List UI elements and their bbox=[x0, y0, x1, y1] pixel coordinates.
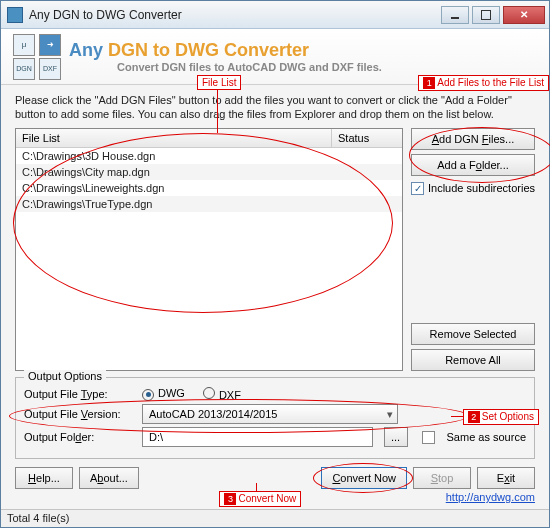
logo-icon-dxf: DXF bbox=[39, 58, 61, 80]
radio-dxf-icon bbox=[203, 387, 215, 399]
file-list[interactable]: File List Status C:\Drawings\3D House.dg… bbox=[15, 128, 403, 371]
statusbar: Total 4 file(s) bbox=[1, 509, 549, 527]
file-list-header: File List Status bbox=[16, 129, 402, 148]
convert-now-button[interactable]: Convert Now bbox=[321, 467, 407, 489]
maximize-button[interactable] bbox=[472, 6, 500, 24]
add-folder-button[interactable]: Add a Folder... bbox=[411, 154, 535, 176]
banner-subtitle: Convert DGN files to AutoCAD DWG and DXF… bbox=[117, 61, 382, 73]
logo-icon-mu: μ bbox=[13, 34, 35, 56]
minimize-button[interactable] bbox=[441, 6, 469, 24]
output-options-legend: Output Options bbox=[24, 370, 106, 382]
output-options-group: Output Options Output File Type: DWG DXF… bbox=[15, 377, 535, 459]
annotation-step1: 1Add Files to the File List bbox=[418, 75, 549, 91]
annotation-line-1 bbox=[217, 89, 218, 133]
file-list-rows: C:\Drawings\3D House.dgn C:\Drawings\Cit… bbox=[16, 148, 402, 370]
annotation-num-1: 1 bbox=[423, 77, 435, 89]
file-row[interactable]: C:\Drawings\3D House.dgn bbox=[16, 148, 402, 164]
annotation-step3: 3Convert Now bbox=[219, 491, 301, 507]
help-button[interactable]: Help... bbox=[15, 467, 73, 489]
main-window: Any DGN to DWG Converter ✕ μ DGN ➜ DXF A… bbox=[0, 0, 550, 528]
logo-group: μ DGN ➜ DXF bbox=[13, 34, 61, 80]
output-folder-label: Output Folder: bbox=[24, 431, 134, 443]
output-version-select[interactable]: AutoCAD 2013/2014/2015 bbox=[142, 404, 398, 424]
annotation-filelist: File List bbox=[197, 75, 241, 90]
add-dgn-files-button[interactable]: Add DGN Files... bbox=[411, 128, 535, 150]
logo-icon-arrow: ➜ bbox=[39, 34, 61, 56]
bottom-button-row: Help... About... Convert Now Stop Exit bbox=[15, 467, 535, 489]
radio-dxf[interactable]: DXF bbox=[203, 387, 241, 401]
annotation-num-3: 3 bbox=[224, 493, 236, 505]
banner-text: Any DGN to DWG Converter Convert DGN fil… bbox=[69, 40, 382, 73]
output-version-label: Output File Version: bbox=[24, 408, 134, 420]
output-type-label: Output File Type: bbox=[24, 388, 134, 400]
same-as-source-checkbox[interactable] bbox=[422, 431, 435, 444]
exit-button[interactable]: Exit bbox=[477, 467, 535, 489]
radio-dwg-icon bbox=[142, 389, 154, 401]
stop-button[interactable]: Stop bbox=[413, 467, 471, 489]
include-subdirs-label: Include subdirectories bbox=[428, 182, 535, 194]
file-row[interactable]: C:\Drawings\TrueType.dgn bbox=[16, 196, 402, 212]
instructions-text: Please click the "Add DGN Files" button … bbox=[15, 93, 535, 122]
remove-selected-button[interactable]: Remove Selected bbox=[411, 323, 535, 345]
banner-title: DGN to DWG Converter bbox=[108, 40, 309, 60]
titlebar: Any DGN to DWG Converter ✕ bbox=[1, 1, 549, 29]
output-folder-input[interactable]: D:\ bbox=[142, 427, 373, 447]
annotation-step2: 2Set Options bbox=[463, 409, 539, 425]
side-buttons: Add DGN Files... Add a Folder... ✓ Inclu… bbox=[411, 128, 535, 371]
include-subdirs-row[interactable]: ✓ Include subdirectories bbox=[411, 182, 535, 195]
output-type-radio-group: DWG DXF bbox=[142, 387, 241, 401]
app-icon bbox=[7, 7, 23, 23]
file-row[interactable]: C:\Drawings\City map.dgn bbox=[16, 164, 402, 180]
same-as-source-label: Same as source bbox=[447, 431, 526, 443]
logo-icon-dgn: DGN bbox=[13, 58, 35, 80]
body-area: File List 1Add Files to the File List Pl… bbox=[1, 85, 549, 509]
banner-prefix: Any bbox=[69, 40, 103, 60]
close-button[interactable]: ✕ bbox=[503, 6, 545, 24]
col-header-status[interactable]: Status bbox=[332, 129, 402, 147]
remove-all-button[interactable]: Remove All bbox=[411, 349, 535, 371]
radio-dwg[interactable]: DWG bbox=[142, 387, 185, 401]
window-title: Any DGN to DWG Converter bbox=[29, 8, 438, 22]
annotation-num-2: 2 bbox=[468, 411, 480, 423]
include-subdirs-checkbox[interactable]: ✓ bbox=[411, 182, 424, 195]
col-header-file[interactable]: File List bbox=[16, 129, 332, 147]
browse-folder-button[interactable]: ... bbox=[384, 427, 408, 447]
about-button[interactable]: About... bbox=[79, 467, 139, 489]
website-link[interactable]: http://anydwg.com bbox=[446, 491, 535, 503]
file-row[interactable]: C:\Drawings\Lineweights.dgn bbox=[16, 180, 402, 196]
